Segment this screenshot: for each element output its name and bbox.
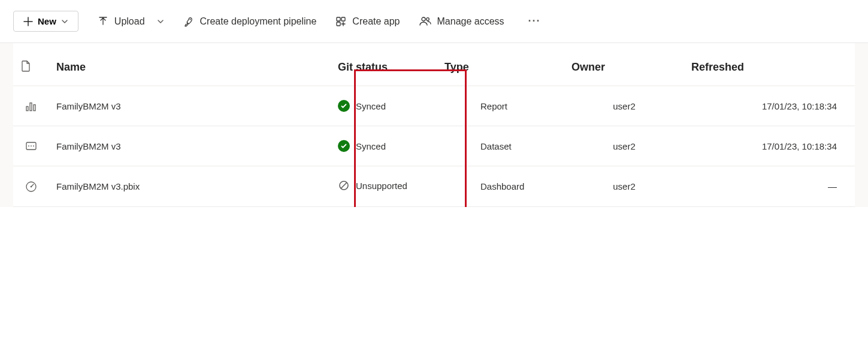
- check-circle-icon: [338, 140, 350, 152]
- svg-rect-8: [34, 105, 35, 111]
- plus-icon: [23, 17, 33, 26]
- upload-label: Upload: [114, 16, 145, 27]
- report-icon: [13, 86, 49, 126]
- git-status-label: Synced: [356, 101, 386, 111]
- svg-rect-6: [26, 106, 28, 111]
- svg-line-16: [341, 182, 347, 188]
- git-status-label: Synced: [356, 141, 386, 151]
- manage-access-button[interactable]: Manage access: [419, 16, 504, 27]
- svg-point-14: [31, 185, 32, 187]
- git-status-cell: Unsupported: [331, 166, 444, 207]
- item-type: Dataset: [444, 126, 564, 166]
- prohibited-icon: [338, 179, 350, 191]
- header-file-icon: [13, 43, 49, 86]
- content-area: Name Git status Type Owner Refreshed Fam…: [0, 43, 868, 207]
- table-header-row: Name Git status Type Owner Refreshed: [13, 43, 855, 86]
- upload-icon: [98, 16, 108, 27]
- header-git-status[interactable]: Git status: [331, 43, 444, 86]
- item-refreshed: —: [684, 166, 855, 207]
- table-row[interactable]: FamilyBM2M v3 Synced Report user2 17/01/…: [13, 86, 855, 126]
- table-row[interactable]: FamilyBM2M v3.pbix Unsupported Dashboard…: [13, 166, 855, 207]
- people-icon: [419, 16, 431, 27]
- svg-point-11: [31, 145, 32, 147]
- table-row[interactable]: FamilyBM2M v3 Synced Dataset user2 17/01…: [13, 126, 855, 166]
- header-type[interactable]: Type: [444, 43, 564, 86]
- git-status-cell: Synced: [331, 86, 444, 126]
- svg-point-5: [426, 17, 429, 20]
- svg-rect-7: [30, 103, 32, 111]
- chevron-down-icon: [61, 18, 68, 25]
- svg-point-0: [189, 19, 190, 20]
- item-type: Dashboard: [444, 166, 564, 207]
- svg-point-4: [422, 17, 425, 21]
- items-table: Name Git status Type Owner Refreshed Fam…: [13, 43, 855, 207]
- item-name[interactable]: FamilyBM2M v3: [49, 86, 331, 126]
- manage-access-label: Manage access: [437, 16, 504, 27]
- dataset-icon: [13, 126, 49, 166]
- more-options-button[interactable]: ···: [524, 13, 546, 30]
- item-refreshed: 17/01/23, 10:18:34: [684, 86, 855, 126]
- chevron-down-icon: [157, 18, 164, 25]
- svg-rect-3: [337, 22, 340, 26]
- item-owner: user2: [564, 126, 684, 166]
- create-app-button[interactable]: Create app: [335, 16, 400, 27]
- git-status-label: Unsupported: [356, 181, 407, 191]
- upload-button[interactable]: Upload: [98, 16, 164, 27]
- rocket-icon: [183, 16, 194, 27]
- svg-rect-1: [337, 17, 340, 21]
- item-refreshed: 17/01/23, 10:18:34: [684, 126, 855, 166]
- create-pipeline-label: Create deployment pipeline: [200, 16, 317, 27]
- check-circle-icon: [338, 100, 350, 112]
- svg-rect-2: [341, 17, 345, 21]
- header-name[interactable]: Name: [49, 43, 331, 86]
- create-pipeline-button[interactable]: Create deployment pipeline: [183, 16, 317, 27]
- item-name[interactable]: FamilyBM2M v3: [49, 126, 331, 166]
- item-name[interactable]: FamilyBM2M v3.pbix: [49, 166, 331, 207]
- new-button[interactable]: New: [13, 11, 78, 32]
- item-owner: user2: [564, 86, 684, 126]
- app-icon: [335, 16, 346, 27]
- new-button-label: New: [38, 16, 56, 26]
- header-owner[interactable]: Owner: [564, 43, 684, 86]
- svg-point-10: [28, 145, 29, 147]
- dashboard-icon: [13, 166, 49, 207]
- toolbar: New Upload Create deployment pipeline Cr…: [0, 0, 868, 43]
- header-refreshed[interactable]: Refreshed: [684, 43, 855, 86]
- item-owner: user2: [564, 166, 684, 207]
- svg-point-12: [33, 145, 34, 147]
- item-type: Report: [444, 86, 564, 126]
- git-status-cell: Synced: [331, 126, 444, 166]
- create-app-label: Create app: [352, 16, 400, 27]
